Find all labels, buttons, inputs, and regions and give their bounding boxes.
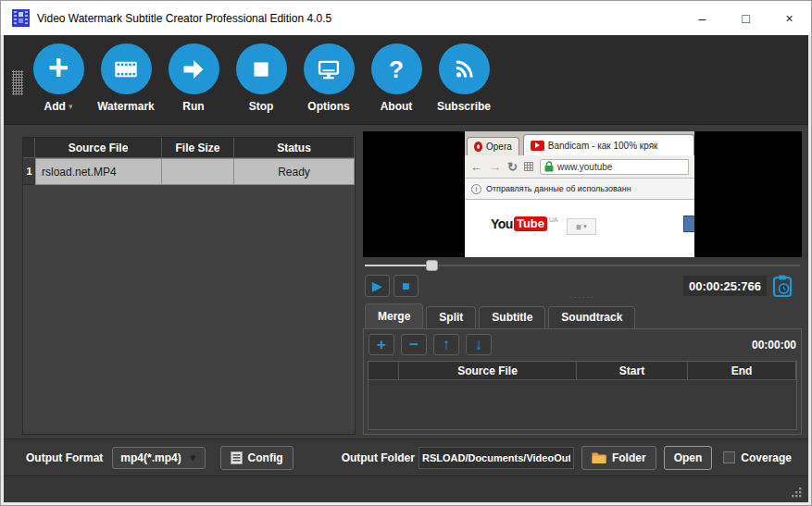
seek-handle[interactable]: [426, 260, 438, 271]
plus-icon: +: [33, 43, 84, 94]
partial-app-icon: [683, 216, 694, 232]
window-controls: – □ ×: [681, 1, 811, 35]
merge-gutter-header: [369, 362, 399, 380]
play-icon: ▶: [372, 278, 382, 293]
merge-move-down-button[interactable]: ↓: [466, 334, 492, 355]
preview-panel: Opera Bandicam - как 100% кряк ← → ↻: [363, 130, 802, 435]
hamburger-menu-icon: ≡ ▾: [567, 218, 596, 235]
toolbar-grip-handle[interactable]: [12, 70, 23, 95]
browser-info-bar: i Отправлять данные об использованн: [465, 179, 694, 200]
watermark-button-label: Watermark: [97, 100, 155, 113]
status-cell[interactable]: Ready: [234, 158, 355, 185]
options-button[interactable]: Options: [302, 43, 356, 113]
stop-square-icon: [236, 43, 287, 94]
source-file-table: Source File File Size Status 1 rsload.ne…: [22, 137, 356, 435]
output-folder-input[interactable]: [418, 447, 574, 469]
browser-tab-opera: Opera: [467, 137, 519, 155]
bottom-bar: Output Format mp4(*.mp4) ▼ Config Output…: [4, 438, 808, 475]
output-format-label: Output Format: [26, 451, 103, 464]
browser-tab-active: Bandicam - как 100% кряк: [523, 134, 694, 155]
browser-nav-bar: ← → ↻ www.youtube: [465, 155, 694, 179]
open-button[interactable]: Open: [664, 446, 713, 470]
add-dropdown-caret-icon[interactable]: ▾: [69, 102, 73, 111]
video-preview[interactable]: Opera Bandicam - как 100% кряк ← → ↻: [363, 131, 802, 257]
browser-page-content: You Tube UA ≡ ▾: [465, 200, 694, 257]
source-file-table-header: Source File File Size Status: [23, 138, 355, 158]
arrow-up-icon: ↑: [443, 337, 451, 352]
splitter-handle[interactable]: ······: [363, 294, 802, 302]
row-number-header: [23, 138, 35, 158]
subscribe-button[interactable]: Subscribe: [437, 43, 491, 113]
file-size-cell[interactable]: [162, 158, 234, 185]
tab-soundtrack[interactable]: Soundtrack: [548, 306, 635, 328]
maximize-button[interactable]: □: [724, 1, 768, 35]
tab-split[interactable]: Split: [426, 306, 476, 328]
config-list-icon: [231, 451, 243, 464]
tab-subtitle[interactable]: Subtitle: [479, 306, 545, 328]
arrow-right-icon: [169, 43, 219, 94]
table-row[interactable]: 1 rsload.net.MP4 Ready: [23, 158, 355, 185]
close-button[interactable]: ×: [768, 1, 811, 35]
resize-grip-icon[interactable]: [790, 486, 803, 499]
status-column-header[interactable]: Status: [234, 138, 355, 158]
output-format-dropdown[interactable]: mp4(*.mp4) ▼: [112, 447, 205, 469]
address-bar: www.youtube: [540, 159, 689, 175]
app-film-icon: [12, 9, 30, 27]
rss-icon: [439, 43, 490, 94]
video-frame-browser-screenshot: Opera Bandicam - как 100% кряк ← → ↻: [465, 131, 694, 257]
folder-icon: [592, 451, 606, 463]
file-size-column-header[interactable]: File Size: [162, 138, 234, 158]
browser-tab-strip: Opera Bandicam - как 100% кряк: [465, 131, 694, 155]
monitor-icon: [304, 43, 355, 94]
options-button-label: Options: [307, 100, 349, 113]
merge-table-header: Source File Start End: [369, 362, 796, 380]
seek-progress: [365, 265, 430, 266]
film-icon: [101, 43, 152, 94]
about-button[interactable]: ? About: [369, 43, 423, 113]
merge-end-header[interactable]: End: [688, 362, 796, 380]
forward-arrow-icon: →: [489, 160, 501, 174]
minimize-button[interactable]: –: [681, 1, 724, 35]
stop-button[interactable]: Stop: [234, 43, 288, 113]
stop-button-label: Stop: [249, 100, 274, 113]
url-text: www.youtube: [557, 162, 612, 172]
run-button[interactable]: Run: [167, 43, 220, 113]
merge-tab-panel: + − ↑ ↓ 00:00:00 Source: [363, 328, 802, 435]
opera-logo-icon: [474, 142, 482, 152]
merge-move-up-button[interactable]: ↑: [433, 334, 459, 355]
app-window: Video Watermark Subtitle Creator Profess…: [0, 0, 812, 506]
folder-button[interactable]: Folder: [581, 446, 656, 470]
app-body: + Add ▾ Watermark: [4, 35, 808, 502]
title-bar: Video Watermark Subtitle Creator Profess…: [1, 1, 811, 35]
coverage-label: Coverage: [741, 451, 792, 464]
source-file-cell[interactable]: rsload.net.MP4: [35, 158, 162, 185]
youtube-play-icon: [531, 141, 544, 151]
merge-remove-button[interactable]: −: [401, 334, 427, 355]
seek-bar[interactable]: [363, 260, 802, 271]
main-toolbar: + Add ▾ Watermark: [4, 35, 808, 125]
add-button[interactable]: + Add ▾: [31, 43, 85, 113]
source-file-column-header[interactable]: Source File: [35, 138, 162, 158]
merge-source-file-header[interactable]: Source File: [399, 362, 577, 380]
main-content: Source File File Size Status 1 rsload.ne…: [4, 125, 808, 438]
coverage-checkbox[interactable]: [723, 451, 735, 463]
about-button-label: About: [381, 100, 413, 113]
minus-icon: −: [409, 337, 418, 352]
tab-merge[interactable]: Merge: [365, 303, 423, 328]
stop-icon: ■: [402, 278, 409, 293]
row-number: 1: [23, 158, 35, 185]
merge-total-time: 00:00:00: [752, 339, 796, 352]
watermark-button[interactable]: Watermark: [99, 43, 153, 113]
back-arrow-icon: ←: [470, 160, 482, 174]
config-button[interactable]: Config: [220, 446, 294, 470]
question-icon: ?: [371, 43, 422, 94]
plus-icon: +: [377, 337, 386, 352]
merge-start-header[interactable]: Start: [577, 362, 688, 380]
status-bar: [4, 475, 808, 502]
current-timecode: 00:00:25:766: [683, 276, 767, 296]
merge-add-button[interactable]: +: [369, 334, 394, 355]
reload-icon: ↻: [507, 160, 518, 174]
function-tabs: Merge Split Subtitle Soundtrack: [365, 303, 638, 328]
info-icon: i: [471, 184, 481, 194]
lock-icon: [544, 161, 554, 172]
